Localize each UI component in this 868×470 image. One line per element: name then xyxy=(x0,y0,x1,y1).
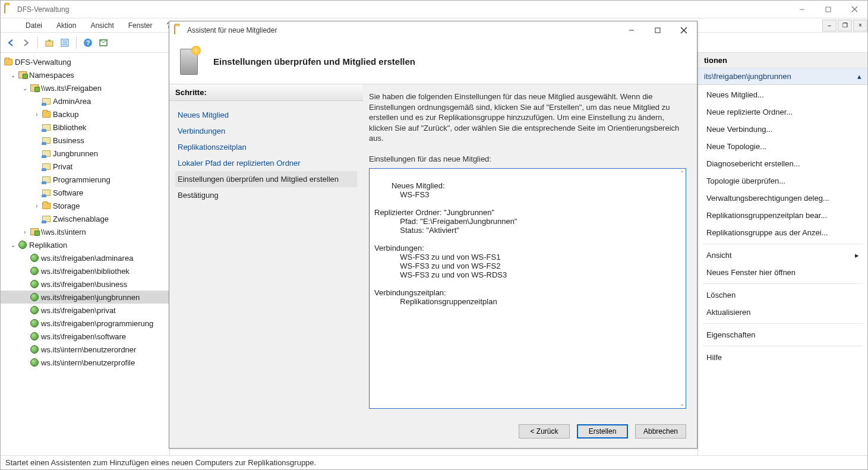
tree-folder[interactable]: Bibliothek xyxy=(1,121,169,134)
close-button[interactable] xyxy=(841,1,867,18)
collapse-icon[interactable]: ⌄ xyxy=(9,72,17,78)
wizard-minimize-button[interactable] xyxy=(618,22,645,39)
tree-folder[interactable]: ›Backup xyxy=(1,108,169,121)
action-new-window[interactable]: Neues Fenster hier öffnen xyxy=(698,264,867,281)
folder-share-icon xyxy=(41,175,52,184)
tree-folder[interactable]: Programmierung xyxy=(1,173,169,186)
properties-button[interactable] xyxy=(58,36,71,49)
tree-repl-group[interactable]: ws.its\freigaben\bibliothek xyxy=(1,264,169,277)
window-controls xyxy=(789,1,867,18)
tree-folder[interactable]: Business xyxy=(1,134,169,147)
tree[interactable]: DFS-Verwaltung ⌄ Namespaces ⌄ \\ws.its\F… xyxy=(1,55,169,369)
action-verify-topology[interactable]: Topologie überprüfen... xyxy=(698,172,867,190)
tree-repl-group[interactable]: ws.its\freigaben\software xyxy=(1,330,169,343)
maximize-button[interactable] xyxy=(815,1,841,18)
collapse-icon[interactable]: ⌄ xyxy=(9,242,17,248)
wizard-summary-box[interactable]: Neues Mitglied: WS-FS3 Replizierter Ordn… xyxy=(369,168,686,409)
svg-text:?: ? xyxy=(86,39,90,46)
tree-repl-group-selected[interactable]: ws.its\freigaben\jungbrunnen xyxy=(1,291,169,304)
wizard-step-current[interactable]: Einstellungen überprüfen und Mitglied er… xyxy=(175,171,357,187)
tree-repl-group[interactable]: ws.its\freigaben\adminarea xyxy=(1,251,169,264)
tree-repl-group[interactable]: ws.its\freigaben\programmierung xyxy=(1,317,169,330)
mdi-close[interactable]: × xyxy=(853,20,867,31)
nsroot-icon xyxy=(29,227,40,236)
scroll-up-icon[interactable]: ⌃ xyxy=(680,170,684,176)
dfs-root-icon xyxy=(3,57,14,67)
action-remove[interactable]: Replikationsgruppe aus der Anzei... xyxy=(698,224,867,241)
action-delete[interactable]: Löschen xyxy=(698,286,867,304)
collapse-icon: ▴ xyxy=(857,72,861,81)
tree-repl-group[interactable]: ws.its\freigaben\privat xyxy=(1,304,169,317)
folder-share-icon xyxy=(41,122,52,132)
up-button[interactable] xyxy=(43,36,56,49)
statusbar-text: Startet einen Assistenten zum Hinzufügen… xyxy=(5,458,316,467)
action-new-connection[interactable]: Neue Verbindung... xyxy=(698,121,867,138)
wizard-create-button[interactable]: Erstellen xyxy=(577,424,628,439)
repl-group-icon xyxy=(29,305,40,315)
repl-group-icon xyxy=(29,266,40,276)
expand-icon[interactable]: › xyxy=(21,229,29,235)
folder-share-icon xyxy=(41,214,52,223)
wizard-cancel-button[interactable]: Abbrechen xyxy=(635,424,686,439)
wizard-instructions: Sie haben die folgenden Einstellungen fü… xyxy=(369,92,686,144)
wizard-step[interactable]: Replikationszeitplan xyxy=(175,139,357,155)
wizard-close-button[interactable] xyxy=(671,22,697,39)
wizard-step[interactable]: Lokaler Pfad der replizierten Ordner xyxy=(175,155,357,171)
help-button[interactable]: ? xyxy=(81,36,94,49)
expand-icon[interactable]: › xyxy=(33,203,41,209)
menu-action[interactable]: Aktion xyxy=(49,19,83,32)
action-view[interactable]: Ansicht▸ xyxy=(698,247,867,264)
menu-view[interactable]: Ansicht xyxy=(83,19,121,32)
collapse-icon[interactable]: ⌄ xyxy=(21,85,29,92)
action-diag-report[interactable]: Diagnosebericht erstellen... xyxy=(698,155,867,172)
actions-group-title[interactable]: its\freigaben\jungbrunnen ▴ xyxy=(698,68,867,85)
minimize-button[interactable] xyxy=(789,1,815,18)
back-button[interactable] xyxy=(4,36,17,49)
repl-group-icon xyxy=(29,292,40,302)
tree-folder[interactable]: Privat xyxy=(1,160,169,173)
svg-rect-1 xyxy=(826,7,831,12)
tree-folder[interactable]: AdminArea xyxy=(1,94,169,108)
expand-icon[interactable]: › xyxy=(33,111,41,118)
wizard-back-button[interactable]: < Zurück xyxy=(519,424,570,439)
tree-folder[interactable]: Zwischenablage xyxy=(1,212,169,225)
namespaces-icon xyxy=(17,70,28,80)
action-new-member[interactable]: Neues Mitglied... xyxy=(698,86,867,103)
action-properties[interactable]: Eigenschaften xyxy=(698,326,867,343)
mdi-restore[interactable]: ❐ xyxy=(838,20,852,31)
action-delegate[interactable]: Verwaltungsberechtigungen deleg... xyxy=(698,190,867,207)
wizard-header-icon xyxy=(174,45,204,78)
wizard-step[interactable]: Neues Mitglied xyxy=(175,107,357,123)
tree-ns-intern[interactable]: › \\ws.its\intern xyxy=(1,225,169,238)
action-refresh[interactable]: Aktualisieren xyxy=(698,304,867,321)
actions-list-a: Neues Mitglied... Neue replizierte Ordne… xyxy=(698,85,867,242)
tree-replication[interactable]: ⌄ Replikation xyxy=(1,238,169,251)
wizard-titlebar[interactable]: Assistent für neue Mitglieder xyxy=(169,21,697,39)
nsroot-icon xyxy=(29,83,40,93)
repl-group-icon xyxy=(29,358,40,367)
refresh-button[interactable] xyxy=(97,36,110,49)
action-schedule[interactable]: Replikationsgruppenzeitplan bear... xyxy=(698,207,867,224)
actions-list-b: Ansicht▸ Neues Fenster hier öffnen xyxy=(698,245,867,282)
scroll-down-icon[interactable]: ⌄ xyxy=(680,400,684,407)
menu-file[interactable]: Datei xyxy=(18,19,49,32)
tree-namespaces[interactable]: ⌄ Namespaces xyxy=(1,68,169,81)
action-new-topology[interactable]: Neue Topologie... xyxy=(698,138,867,155)
action-help[interactable]: Hilfe xyxy=(698,349,867,366)
tree-root[interactable]: DFS-Verwaltung xyxy=(1,55,169,68)
tree-folder[interactable]: Jungbrunnen xyxy=(1,147,169,160)
tree-ns-freigaben[interactable]: ⌄ \\ws.its\Freigaben xyxy=(1,81,169,94)
wizard-maximize-button[interactable] xyxy=(645,22,671,39)
folder-share-icon xyxy=(41,188,52,197)
tree-ns-freigaben-children: AdminArea ›Backup Bibliothek Business Ju… xyxy=(1,94,169,225)
tree-folder[interactable]: Software xyxy=(1,186,169,199)
wizard-step[interactable]: Verbindungen xyxy=(175,123,357,139)
tree-repl-group[interactable]: ws.its\intern\benutzerordner xyxy=(1,343,169,356)
forward-button[interactable] xyxy=(20,36,33,49)
tree-repl-group[interactable]: ws.its\freigaben\business xyxy=(1,277,169,291)
tree-repl-group[interactable]: ws.its\intern\benutzerprofile xyxy=(1,356,169,369)
action-new-repl-folders[interactable]: Neue replizierte Ordner... xyxy=(698,103,867,121)
mdi-minimize[interactable]: – xyxy=(822,20,837,31)
menu-window[interactable]: Fenster xyxy=(121,19,160,32)
tree-folder[interactable]: ›Storage xyxy=(1,199,169,212)
